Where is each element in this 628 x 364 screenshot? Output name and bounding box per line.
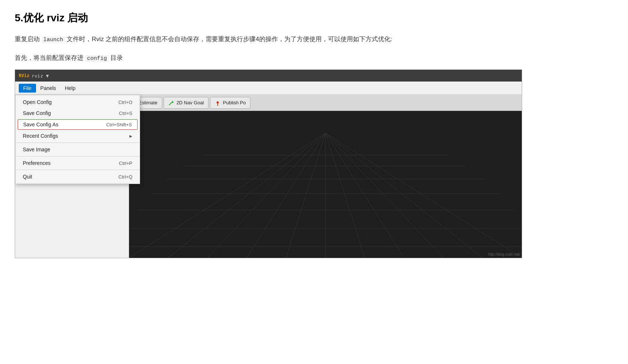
open-config-label: Open Config: [23, 99, 52, 105]
save-config-shortcut: Ctrl+S: [119, 111, 132, 116]
rviz-titlebar: RViz rviz ▼: [15, 70, 522, 82]
publish-point-icon: [215, 100, 221, 106]
launch-code: launch: [42, 36, 65, 43]
menu-help[interactable]: Help: [60, 84, 80, 93]
description-paragraph: 重复启动 launch 文件时，Rviz 之前的组件配置信息不会自动保存，需要重…: [15, 34, 613, 45]
page-title: 5.优化 rviz 启动: [15, 11, 613, 25]
rviz-window: RViz rviz ▼ File Panels Help Open Config…: [15, 69, 522, 258]
recent-configs-arrow: [129, 133, 132, 138]
menu-file[interactable]: File: [19, 84, 36, 93]
preferences-shortcut: Ctrl+P: [119, 161, 132, 166]
rviz-3d-view[interactable]: http://blog.csdn.net/: [129, 111, 522, 258]
rviz-title: rviz ▼: [32, 73, 49, 79]
nav-goal-icon: [168, 100, 174, 106]
preferences-label: Preferences: [23, 160, 50, 166]
watermark: http://blog.csdn.net/: [488, 252, 520, 256]
menu-recent-configs[interactable]: Recent Configs: [15, 130, 140, 141]
menu-quit[interactable]: Quit Ctrl+Q: [15, 171, 140, 182]
menu-preferences[interactable]: Preferences Ctrl+P: [15, 158, 140, 169]
menu-save-config-as[interactable]: Save Config As Ctrl+Shift+S: [18, 119, 138, 130]
file-dropdown-menu: Open Config Ctrl+O Save Config Ctrl+S Sa…: [15, 95, 140, 184]
quit-shortcut: Ctrl+Q: [118, 174, 132, 180]
save-config-as-shortcut: Ctrl+Shift+S: [106, 122, 132, 127]
toolbar-publish-point[interactable]: Publish Po: [210, 97, 250, 109]
menu-separator-2: [15, 156, 140, 156]
menu-separator-1: [15, 143, 140, 143]
save-image-label: Save Image: [23, 147, 50, 152]
config-code: config: [85, 55, 109, 62]
menu-save-config[interactable]: Save Config Ctrl+S: [15, 108, 140, 119]
svg-line-9: [169, 101, 173, 105]
menu-open-config[interactable]: Open Config Ctrl+O: [15, 97, 140, 108]
menu-separator-3: [15, 170, 140, 170]
publish-point-label: Publish Po: [223, 100, 246, 105]
save-config-label: Save Config: [23, 110, 51, 116]
menu-panels[interactable]: Panels: [36, 84, 61, 93]
nav-goal-label: 2D Nav Goal: [176, 100, 204, 105]
svg-point-11: [217, 101, 219, 104]
recent-configs-label: Recent Configs: [23, 133, 58, 139]
quit-label: Quit: [23, 174, 32, 180]
rviz-logo: RViz: [19, 73, 29, 78]
open-config-shortcut: Ctrl+O: [118, 100, 132, 105]
3d-grid-canvas: [129, 111, 522, 258]
instruction-paragraph: 首先，将当前配置保存进 config 目录: [15, 53, 613, 64]
rviz-menubar[interactable]: File Panels Help Open Config Ctrl+O Save…: [15, 82, 522, 95]
menu-save-image[interactable]: Save Image: [15, 144, 140, 155]
toolbar-2d-nav-goal[interactable]: 2D Nav Goal: [164, 97, 208, 109]
save-config-as-label: Save Config As: [23, 122, 58, 127]
